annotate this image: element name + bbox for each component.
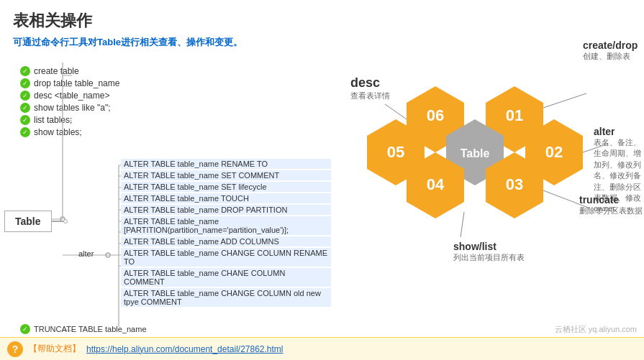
table-node: Table bbox=[4, 211, 68, 232]
help-link[interactable]: https://help.aliyun.com/document_detail/… bbox=[86, 344, 284, 354]
cmd-drop-table: drop table table_name bbox=[20, 78, 119, 88]
help-prefix: 【帮助文档】 bbox=[29, 343, 81, 355]
help-bar: ? 【帮助文档】 https://help.aliyun.com/documen… bbox=[0, 337, 644, 360]
alter-commands-group: ALTER TABLE table_name RENAME TO ALTER T… bbox=[121, 159, 331, 308]
alter-cmd-3: ALTER TABLE table_name TOUCH bbox=[121, 193, 331, 203]
alter-cmd-4: ALTER TABLE table_name DROP PARTITION bbox=[121, 205, 331, 215]
hex-02-number: 02 bbox=[545, 143, 563, 161]
alter-cmd-7: ALTER TABLE table_name CHANGE COLUMN REN… bbox=[121, 248, 331, 267]
alter-cmd-9: ALTER TABLE table_name CHANGE COLUMN old… bbox=[121, 288, 331, 307]
check-icon bbox=[20, 127, 30, 137]
svg-line-26 bbox=[461, 212, 464, 237]
check-icon bbox=[20, 324, 30, 334]
help-icon: ? bbox=[7, 341, 23, 357]
hex-diagram: 06 01 Table 05 02 04 03 create/drop bbox=[327, 0, 644, 352]
top-commands-group: create table drop table table_name desc … bbox=[20, 66, 119, 139]
check-icon bbox=[20, 78, 30, 88]
subtitle: 可通过命令行工具对Table进行相关查看、操作和变更。 bbox=[13, 36, 242, 49]
hex-04-number: 04 bbox=[427, 175, 445, 193]
check-icon bbox=[20, 91, 30, 101]
alter-cmd-2: ALTER TABLE table_name SET lifecycle bbox=[121, 182, 331, 192]
hex-06-number: 06 bbox=[427, 106, 444, 124]
cmd-desc: desc <table_name> bbox=[20, 91, 119, 101]
show-list-label: show/list 列出当前项目所有表 bbox=[453, 241, 525, 263]
cmd-list-tables: list tables; bbox=[20, 115, 119, 125]
cmd-create-table: create table bbox=[20, 66, 119, 76]
check-icon bbox=[20, 115, 30, 125]
hex-center-label: Table bbox=[461, 147, 490, 160]
svg-point-10 bbox=[106, 253, 110, 257]
create-drop-label: create/drop 创建、删除表 bbox=[583, 40, 638, 62]
alter-cmd-1: ALTER TABLE table_name SET COMMENT bbox=[121, 170, 331, 180]
alter-cmd-6: ALTER TABLE table_name ADD COLUMNS bbox=[121, 236, 331, 246]
alter-cmd-5: ALTER TABLE table_name [PARTITION(partit… bbox=[121, 216, 331, 235]
truncate-label: truncate 删除非分区表数据 bbox=[579, 194, 643, 216]
cmd-show-tables: show tables; bbox=[20, 127, 119, 137]
alter-cmd-0: ALTER TABLE table_name RENAME TO bbox=[121, 159, 331, 169]
check-icon bbox=[20, 66, 30, 76]
svg-line-23 bbox=[543, 93, 586, 108]
hex-03-number: 03 bbox=[506, 175, 523, 193]
alter-label: alter bbox=[78, 249, 94, 258]
truncate-cmd: TRUNCATE TABLE table_name bbox=[20, 324, 147, 334]
hex-05-number: 05 bbox=[387, 143, 404, 161]
table-label: Table bbox=[4, 211, 52, 232]
cmd-show-tables-like: show tables like "a"; bbox=[20, 103, 119, 113]
check-icon bbox=[20, 103, 30, 113]
watermark: 云栖社区 yq.aliyun.com bbox=[555, 324, 637, 335]
page-title: 表相关操作 bbox=[13, 10, 242, 32]
svg-line-27 bbox=[385, 104, 407, 119]
hex-01-number: 01 bbox=[506, 106, 523, 124]
desc-label: desc 查看表详情 bbox=[350, 75, 390, 101]
alter-cmd-8: ALTER TABLE table_name CHANE COLUMN COMM… bbox=[121, 268, 331, 287]
